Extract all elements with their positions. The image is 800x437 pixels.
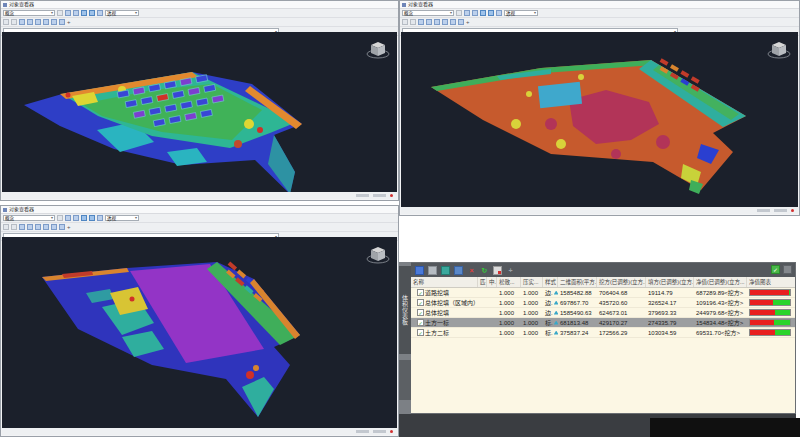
orbit-icon[interactable] <box>464 10 470 16</box>
right-view-icon[interactable] <box>442 19 448 25</box>
loose-factor[interactable]: 1.000 <box>497 288 521 297</box>
bottom-view-icon[interactable] <box>11 19 17 25</box>
column-header[interactable]: 匹 <box>478 277 487 287</box>
report-icon[interactable] <box>493 266 502 275</box>
loose-factor[interactable]: 1.000 <box>497 298 521 307</box>
top-view-icon[interactable] <box>3 19 9 25</box>
pan-icon[interactable] <box>73 215 79 221</box>
style-value[interactable]: 标. <box>545 328 553 337</box>
style-value[interactable]: 边. <box>545 308 553 317</box>
left-view-icon[interactable] <box>434 19 440 25</box>
view-preset-dropdown[interactable]: 透视▾ <box>105 215 139 221</box>
tab-secondary[interactable] <box>399 360 411 400</box>
style-value[interactable]: 边. <box>545 298 553 307</box>
viewport-3d-1[interactable] <box>2 32 397 192</box>
viewcube-icon[interactable] <box>365 242 391 268</box>
zoom-extents-icon[interactable] <box>97 10 103 16</box>
bottom-view-icon[interactable] <box>11 224 17 230</box>
zoom-extents-icon[interactable] <box>496 10 502 16</box>
column-header[interactable]: 填方(已调整)(立方... <box>646 277 694 287</box>
add-view-icon[interactable]: + <box>67 224 71 230</box>
viewcube-icon[interactable] <box>365 37 391 63</box>
auto-update-icon[interactable]: ✓ <box>771 265 780 274</box>
view-preset-dropdown[interactable]: 透视▾ <box>504 10 538 16</box>
column-header[interactable]: 净值(已调整)(立方... <box>694 277 747 287</box>
zoom-window-icon[interactable] <box>89 215 95 221</box>
viewport-3d-3[interactable] <box>2 237 397 428</box>
add-view-icon[interactable]: + <box>67 19 71 25</box>
viewcube-icon[interactable] <box>766 37 792 63</box>
zoom-icon[interactable] <box>81 10 87 16</box>
select-icon[interactable] <box>456 10 462 16</box>
front-view-icon[interactable] <box>19 19 25 25</box>
se-iso-view-icon[interactable] <box>59 19 65 25</box>
visual-style-dropdown[interactable]: 概念▾ <box>402 10 454 16</box>
left-view-icon[interactable] <box>35 224 41 230</box>
zoom-extents-icon[interactable] <box>97 215 103 221</box>
visual-style-dropdown[interactable]: 概念▾ <box>3 215 55 221</box>
loose-factor[interactable]: 1.000 <box>497 308 521 317</box>
sw-iso-view-icon[interactable] <box>450 19 456 25</box>
style-value[interactable]: 标. <box>545 318 553 327</box>
panel-menu-icon[interactable] <box>783 265 792 274</box>
row-checkbox[interactable]: ✓ <box>417 299 424 306</box>
compact-factor[interactable]: 1.000 <box>521 298 543 307</box>
import-surfaces-icon[interactable] <box>454 266 463 275</box>
window-titlebar[interactable]: 对象查看器 <box>400 1 799 9</box>
se-iso-view-icon[interactable] <box>59 224 65 230</box>
orbit-icon[interactable] <box>65 215 71 221</box>
select-icon[interactable] <box>57 10 63 16</box>
column-header[interactable]: 中. <box>487 277 497 287</box>
row-checkbox[interactable]: ✓ <box>417 289 424 296</box>
se-iso-view-icon[interactable] <box>458 19 464 25</box>
table-row[interactable]: ✓总体挖填 1.000 1.000 边. 1585490.63 624673.0… <box>411 308 795 318</box>
add-view-icon[interactable]: + <box>466 19 470 25</box>
back-view-icon[interactable] <box>27 19 33 25</box>
loose-factor[interactable]: 1.000 <box>497 328 521 337</box>
column-header[interactable]: 净值图表 <box>747 277 795 287</box>
pan-icon[interactable] <box>73 10 79 16</box>
row-checkbox[interactable]: ✓ <box>417 329 424 336</box>
back-view-icon[interactable] <box>27 224 33 230</box>
row-checkbox[interactable]: ✓ <box>417 319 424 326</box>
sw-iso-view-icon[interactable] <box>51 19 57 25</box>
table-row[interactable]: ✓道路挖填 1.000 1.000 边. 1585482.88 706404.6… <box>411 288 795 298</box>
column-header[interactable]: 名称 <box>411 277 478 287</box>
style-value[interactable]: 边. <box>545 288 553 297</box>
window-titlebar[interactable]: 对象查看器 <box>1 206 398 214</box>
compact-factor[interactable]: 1.000 <box>521 318 543 327</box>
top-view-icon[interactable] <box>402 19 408 25</box>
column-header[interactable]: 二维面积(平方... <box>558 277 597 287</box>
volume-table-icon[interactable] <box>415 266 424 275</box>
window-titlebar[interactable]: 对象查看器 <box>1 1 398 9</box>
right-view-icon[interactable] <box>43 224 49 230</box>
edit-criteria-icon[interactable] <box>441 266 450 275</box>
bottom-view-icon[interactable] <box>410 19 416 25</box>
sw-iso-view-icon[interactable] <box>51 224 57 230</box>
capture-icon[interactable] <box>428 266 437 275</box>
select-icon[interactable] <box>57 215 63 221</box>
column-header[interactable]: 样式 <box>543 277 558 287</box>
viewport-3d-2[interactable] <box>401 32 798 207</box>
right-view-icon[interactable] <box>43 19 49 25</box>
front-view-icon[interactable] <box>418 19 424 25</box>
row-checkbox[interactable]: ✓ <box>417 309 424 316</box>
zoom-window-icon[interactable] <box>488 10 494 16</box>
column-header[interactable]: 挖方(已调整)(立方... <box>597 277 646 287</box>
top-view-icon[interactable] <box>3 224 9 230</box>
pan-icon[interactable] <box>472 10 478 16</box>
column-header[interactable]: 松散... <box>497 277 521 287</box>
zoom-window-icon[interactable] <box>89 10 95 16</box>
left-view-icon[interactable] <box>35 19 41 25</box>
view-preset-dropdown[interactable]: 透视▾ <box>105 10 139 16</box>
zoom-icon[interactable] <box>480 10 486 16</box>
tab-volumes-dashboard[interactable]: 体积仪表板 <box>399 266 411 354</box>
column-header[interactable]: 压实... <box>521 277 543 287</box>
delete-icon[interactable]: × <box>467 266 476 275</box>
compact-factor[interactable]: 1.000 <box>521 308 543 317</box>
table-row[interactable]: ✓土方一标 1.000 1.000 标. 681813.48 429170.27… <box>411 318 795 328</box>
table-row[interactable]: ✓土方二标 1.000 1.000 标. 375837.24 172566.29… <box>411 328 795 338</box>
compact-factor[interactable]: 1.000 <box>521 328 543 337</box>
loose-factor[interactable]: 1.000 <box>497 318 521 327</box>
zoom-icon[interactable] <box>81 215 87 221</box>
